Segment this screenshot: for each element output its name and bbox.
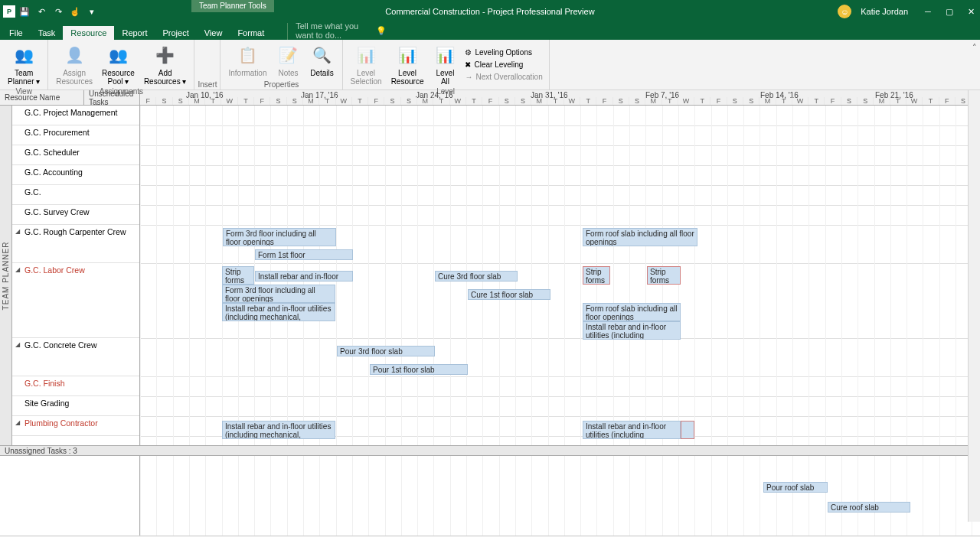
task-bar[interactable]: Strip forms <box>583 266 610 285</box>
day-cell: M <box>760 97 776 105</box>
day-cell: M <box>417 97 433 105</box>
task-bar[interactable] <box>681 421 694 439</box>
day-cell: W <box>564 97 580 105</box>
resource-column: G.C. Project ManagementG.C. ProcurementG… <box>12 106 140 445</box>
resource-row[interactable]: G.C. Finish <box>12 376 139 396</box>
day-cell: T <box>923 97 939 105</box>
details[interactable]: 🔍Details <box>305 41 339 80</box>
resource-row[interactable]: G.C. Survey Crew <box>12 205 139 225</box>
redo-icon[interactable]: ↷ <box>51 4 66 19</box>
ribbon-group-view: 👥TeamPlanner ▾View <box>0 40 48 90</box>
resource-row[interactable]: ◢Plumbing Contractor <box>12 416 139 436</box>
side-label: TEAM PLANNER <box>0 106 12 445</box>
feedback-icon[interactable]: ☺ <box>838 5 851 18</box>
task-bar[interactable]: Form roof slab including all floor openi… <box>583 228 697 246</box>
information: 📋Information <box>224 41 271 80</box>
unassigned-body: Pour roof slabCure roof slab <box>0 456 980 535</box>
task-bar[interactable]: Form roof slab including all floor openi… <box>583 303 681 321</box>
qat-customize-icon[interactable]: ▾ <box>84 4 100 19</box>
day-cell: M <box>303 97 319 105</box>
day-cell: W <box>450 97 466 105</box>
resource-pool[interactable]: 👥ResourcePool ▾ <box>97 41 139 87</box>
vertical-scrollbar[interactable] <box>968 90 980 522</box>
day-cell: W <box>906 97 923 105</box>
task-bar[interactable]: Install rebar and in-floor utilities (in… <box>222 421 335 439</box>
day-cell: S <box>401 97 417 105</box>
notes: 📝Notes <box>272 41 305 80</box>
unassigned-header: Unassigned Tasks : 3 <box>0 445 980 456</box>
task-bar[interactable]: Install rebar and in-floor utilities <box>255 271 353 282</box>
day-cell: S <box>515 97 531 105</box>
resource-row[interactable]: G.C. Scheduler <box>12 145 139 165</box>
collapse-caret-icon[interactable]: ◢ <box>15 228 20 235</box>
task-bar[interactable]: Cure 3rd floor slab <box>435 271 518 282</box>
level-selection: 📊LevelSelection <box>346 41 387 87</box>
tab-report[interactable]: Report <box>114 26 155 40</box>
task-bar[interactable]: Strip forms <box>222 266 254 285</box>
unassigned-task-bar[interactable]: Pour roof slab <box>763 482 828 493</box>
clear-leveling-icon: ✖ <box>465 60 471 69</box>
tell-me-search[interactable]: Tell me what you want to do...💡 <box>287 21 387 40</box>
tab-task[interactable]: Task <box>31 26 64 40</box>
level-resource[interactable]: 📊LevelResource <box>387 41 429 87</box>
add-resources-icon: ➕ <box>153 43 178 67</box>
tab-file[interactable]: File <box>2 26 31 40</box>
task-bar[interactable]: Install rebar and in-floor utilities (in… <box>583 321 681 340</box>
column-headers: Resource Name Unscheduled Tasks Jan 10, … <box>0 90 980 106</box>
close-icon[interactable]: ✕ <box>962 3 980 20</box>
tab-project[interactable]: Project <box>155 26 196 40</box>
task-grid[interactable]: Form 3rd floor including all floor openi… <box>140 106 980 445</box>
clear-leveling[interactable]: ✖Clear Leveling <box>462 59 545 70</box>
task-bar[interactable]: Strip forms <box>647 266 681 285</box>
unassigned-task-bar[interactable]: Cure roof slab <box>828 502 910 513</box>
day-cell: F <box>596 97 612 105</box>
task-bar[interactable]: Pour 3rd floor slab <box>337 346 435 356</box>
task-bar[interactable]: Form 3rd floor including all floor openi… <box>222 285 335 303</box>
add-resources[interactable]: ➕AddResources ▾ <box>139 41 191 87</box>
resource-row[interactable]: ◢G.C. Concrete Crew <box>12 338 139 376</box>
resource-row[interactable]: Site Grading <box>12 396 139 416</box>
collapse-ribbon-icon[interactable]: ˄ <box>972 43 977 53</box>
resource-row[interactable]: G.C. Accounting <box>12 165 139 185</box>
resource-row[interactable]: G.C. <box>12 185 139 205</box>
task-bar[interactable]: Cure 1st floor slab <box>468 289 550 300</box>
unassigned-grid[interactable]: Pour roof slabCure roof slab <box>140 456 980 535</box>
team-planner-grid: TEAM PLANNER G.C. Project ManagementG.C.… <box>0 106 980 445</box>
collapse-caret-icon[interactable]: ◢ <box>15 419 20 426</box>
team-planner[interactable]: 👥TeamPlanner ▾ <box>3 41 44 87</box>
next-overallocation: →Next Overallocation <box>462 71 545 83</box>
resource-row[interactable]: ◢G.C. Labor Crew <box>12 263 139 338</box>
day-cell: S <box>858 97 874 105</box>
level-all[interactable]: 📊LevelAll <box>428 41 462 87</box>
tab-format[interactable]: Format <box>230 26 272 40</box>
minimize-icon[interactable]: ─ <box>919 3 937 20</box>
details-icon: 🔍 <box>310 43 335 67</box>
contextual-tab-label: Team Planner Tools <box>191 0 274 12</box>
tab-view[interactable]: View <box>197 26 230 40</box>
maximize-icon[interactable]: ▢ <box>940 3 959 20</box>
task-bar[interactable]: Pour 1st floor slab <box>370 364 468 375</box>
assign-resources-icon: 👤 <box>62 43 87 67</box>
collapse-caret-icon[interactable]: ◢ <box>15 266 20 273</box>
resource-row[interactable]: ◢G.C. Rough Carpenter Crew <box>12 225 139 263</box>
day-cell: W <box>678 97 694 105</box>
day-cell: T <box>776 97 792 105</box>
resource-row[interactable]: G.C. Project Management <box>12 106 139 125</box>
undo-icon[interactable]: ↶ <box>34 4 49 19</box>
day-cell: T <box>319 97 335 105</box>
task-bar[interactable]: Install rebar and in-floor utilities (in… <box>222 303 335 321</box>
task-bar[interactable]: Install rebar and in-floor utilities (in… <box>583 421 681 439</box>
day-cell: S <box>629 97 645 105</box>
collapse-caret-icon[interactable]: ◢ <box>15 341 20 348</box>
day-cell: F <box>825 97 841 105</box>
level-selection-icon: 📊 <box>354 43 378 67</box>
task-bar[interactable]: Form 3rd floor including all floor openi… <box>223 228 336 246</box>
tab-resource[interactable]: Resource <box>63 26 114 40</box>
touch-icon[interactable]: ☝ <box>67 4 83 19</box>
resource-row[interactable]: G.C. Procurement <box>12 125 139 145</box>
user-name: Katie Jordan <box>861 7 908 16</box>
day-cell: S <box>841 97 858 105</box>
leveling-options[interactable]: ⚙Leveling Options <box>462 47 545 58</box>
task-bar[interactable]: Form 1st floor <box>255 249 353 260</box>
save-icon[interactable]: 💾 <box>17 4 32 19</box>
